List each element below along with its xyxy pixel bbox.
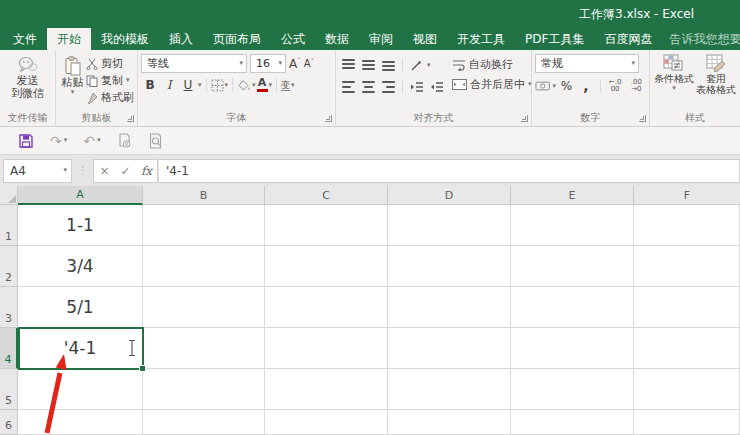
borders-dropdown-icon[interactable]: ▾ <box>225 82 229 89</box>
align-middle-button[interactable] <box>359 56 378 74</box>
cell-c6[interactable] <box>265 410 388 435</box>
cell-d1[interactable] <box>388 205 511 246</box>
column-header-c[interactable]: C <box>265 186 388 205</box>
column-header-b[interactable]: B <box>143 186 265 205</box>
font-family-combo[interactable]: 等线 ▾ <box>141 54 247 73</box>
enter-button[interactable]: ✓ <box>115 164 136 178</box>
borders-icon[interactable] <box>211 79 224 92</box>
tab-baidu-netdisk[interactable]: 百度网盘 <box>594 28 662 50</box>
italic-button[interactable]: I <box>160 76 178 94</box>
align-top-button[interactable] <box>339 56 358 74</box>
align-center-button[interactable] <box>359 78 378 96</box>
undo-dropdown-icon[interactable]: ▾ <box>97 137 101 144</box>
cell-d3[interactable] <box>388 287 511 328</box>
tell-me-box[interactable]: 告诉我您想要做什么 <box>662 28 740 50</box>
number-format-combo[interactable]: 常规 ▾ <box>535 54 639 73</box>
cell-c3[interactable] <box>265 287 388 328</box>
tab-page-layout[interactable]: 页面布局 <box>203 28 271 50</box>
cell-c5[interactable] <box>265 369 388 410</box>
tab-data[interactable]: 数据 <box>315 28 359 50</box>
cell-a6[interactable] <box>18 410 143 435</box>
cell-b2[interactable] <box>143 246 265 287</box>
decrease-indent-button[interactable] <box>407 78 426 96</box>
name-box-dropdown-icon[interactable]: ▾ <box>63 167 67 174</box>
formula-input[interactable]: '4-1 <box>158 159 740 183</box>
cell-d6[interactable] <box>388 410 511 435</box>
cell-d2[interactable] <box>388 246 511 287</box>
cell-e5[interactable] <box>511 369 634 410</box>
wrap-text-button[interactable]: 自动换行 <box>452 56 532 73</box>
cell-f1[interactable] <box>634 205 740 246</box>
cell-a2[interactable]: 3/4 <box>18 246 143 287</box>
align-right-button[interactable] <box>379 78 398 96</box>
cell-a3[interactable]: 5/1 <box>18 287 143 328</box>
align-bottom-button[interactable] <box>379 56 398 74</box>
row-header-4[interactable]: 4 <box>0 328 18 369</box>
cell-c2[interactable] <box>265 246 388 287</box>
percent-style-button[interactable]: % <box>558 77 575 95</box>
copy-button[interactable]: 复制 ▾ <box>86 72 134 89</box>
conditional-formatting-button[interactable]: 条件格式 ▾ <box>654 52 694 111</box>
paste-button[interactable]: 粘贴 ▾ <box>59 54 86 111</box>
redo-dropdown-icon[interactable]: ▾ <box>64 137 68 144</box>
number-dialog-launcher-icon[interactable] <box>639 115 646 122</box>
cell-b1[interactable] <box>143 205 265 246</box>
fill-color-dropdown-icon[interactable]: ▾ <box>252 82 256 89</box>
tab-view[interactable]: 视图 <box>403 28 447 50</box>
cell-e2[interactable] <box>511 246 634 287</box>
tab-home[interactable]: 开始 <box>47 28 91 50</box>
select-all-button[interactable] <box>0 186 18 205</box>
cell-a5[interactable] <box>18 369 143 410</box>
column-header-a[interactable]: A <box>18 186 143 205</box>
cell-b5[interactable] <box>143 369 265 410</box>
row-header-3[interactable]: 3 <box>0 287 18 328</box>
send-to-wechat-button[interactable]: 发送 到微信 <box>11 54 44 111</box>
orientation-dropdown-icon[interactable]: ▾ <box>427 62 431 69</box>
row-header-2[interactable]: 2 <box>0 246 18 287</box>
cell-e3[interactable] <box>511 287 634 328</box>
alignment-dialog-launcher-icon[interactable] <box>521 115 528 122</box>
cell-b4[interactable] <box>143 328 265 369</box>
cell-b6[interactable] <box>143 410 265 435</box>
cell-d5[interactable] <box>388 369 511 410</box>
phonetic-dropdown-icon[interactable]: ▾ <box>291 82 295 89</box>
cell-f4[interactable] <box>634 328 740 369</box>
comma-style-button[interactable]: , <box>577 77 594 95</box>
cell-c4[interactable] <box>265 328 388 369</box>
clipboard-dialog-launcher-icon[interactable] <box>127 115 134 122</box>
column-header-d[interactable]: D <box>388 186 511 205</box>
row-header-5[interactable]: 5 <box>0 369 18 410</box>
tab-pdf-tools[interactable]: PDF工具集 <box>515 28 594 50</box>
format-as-table-button[interactable]: 套用 表格格式 <box>696 52 736 111</box>
cell-f5[interactable] <box>634 369 740 410</box>
row-header-6[interactable]: 6 <box>0 410 18 435</box>
cell-e1[interactable] <box>511 205 634 246</box>
bold-button[interactable]: B <box>141 76 159 94</box>
tab-developer[interactable]: 开发工具 <box>447 28 515 50</box>
print-preview-button[interactable] <box>142 130 169 152</box>
format-painter-button[interactable]: 格式刷 <box>86 89 134 106</box>
font-dialog-launcher-icon[interactable] <box>325 115 332 122</box>
grow-font-button[interactable]: Aˆ <box>289 57 301 71</box>
cell-a4-active[interactable]: '4-1 <box>18 328 143 369</box>
merge-center-button[interactable]: 合并后居中 ▾ <box>452 76 532 93</box>
merge-center-dropdown-icon[interactable]: ▾ <box>528 81 532 88</box>
phonetic-guide-button[interactable]: 变 <box>281 80 290 91</box>
increase-indent-button[interactable] <box>427 78 446 96</box>
undo-button[interactable]: ↶▾ <box>77 130 106 152</box>
cell-d4[interactable] <box>388 328 511 369</box>
formula-bar-splitter[interactable]: ⋮ <box>77 164 88 177</box>
shrink-font-button[interactable]: Aˇ <box>304 58 314 69</box>
cell-b3[interactable] <box>143 287 265 328</box>
underline-button[interactable]: U <box>179 76 197 94</box>
print-button[interactable] <box>111 130 138 152</box>
cell-a1[interactable]: 1-1 <box>18 205 143 246</box>
font-color-button[interactable]: A <box>257 78 268 92</box>
cancel-button[interactable]: × <box>94 164 115 178</box>
orientation-button[interactable] <box>407 56 426 74</box>
font-color-dropdown-icon[interactable]: ▾ <box>269 82 273 89</box>
name-box[interactable]: A4 ▾ <box>3 159 72 183</box>
increase-decimal-button[interactable]: ←.000 <box>606 79 625 93</box>
accounting-dropdown-icon[interactable]: ▾ <box>552 83 556 90</box>
accounting-format-icon[interactable] <box>535 80 550 92</box>
